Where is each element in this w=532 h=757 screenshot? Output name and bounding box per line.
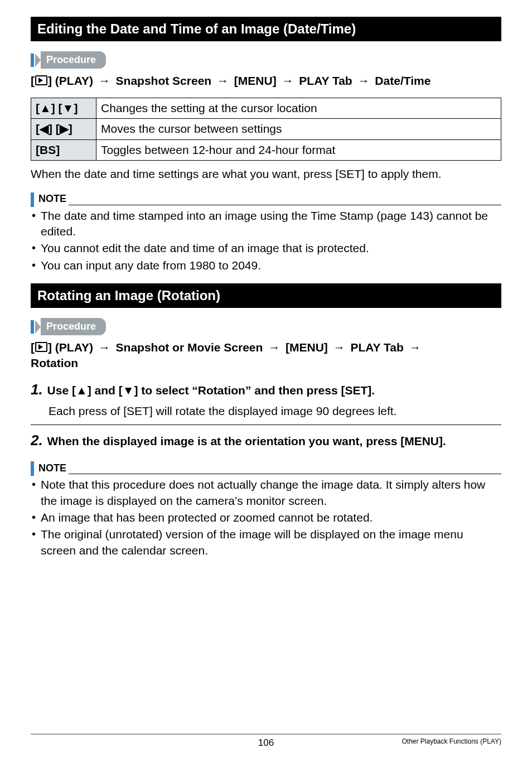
heading-rotation: Rotating an Image (Rotation) <box>31 283 501 308</box>
procedure-accent-bar <box>31 320 34 334</box>
key-cell: [BS] <box>31 139 96 160</box>
procedure-label: Procedure <box>41 318 106 335</box>
list-item: The date and time stamped into an image … <box>31 208 501 240</box>
note-list-2: Note that this procedure does not actual… <box>31 477 501 558</box>
step-1: 1. Use [▲] and [▼] to select “Rotation” … <box>31 380 501 399</box>
play-icon <box>35 342 47 352</box>
note-accent-bar <box>31 192 34 207</box>
bc1-s3: PLAY Tab <box>299 74 352 87</box>
arrow-icon: → <box>99 340 110 355</box>
arrow-icon: → <box>333 340 345 355</box>
desc-cell: Moves the cursor between settings <box>96 119 501 139</box>
key-cell: [◀] [▶] <box>31 119 96 139</box>
table-row: [◀] [▶] Moves the cursor between setting… <box>31 119 501 139</box>
list-item: An image that has been protected or zoom… <box>31 510 501 525</box>
note-header-2: NOTE <box>31 461 501 476</box>
note-label: NOTE <box>38 192 66 206</box>
bc1-s2: [MENU] <box>234 74 277 87</box>
note-rule <box>69 205 501 205</box>
bc1-s4: Date/Time <box>375 74 431 87</box>
step-title: When the displayed image is at the orien… <box>47 435 446 447</box>
page-footer: 106 Other Playback Functions (PLAY) <box>0 734 532 746</box>
procedure-wedge <box>35 320 41 334</box>
table-row: [▲] [▼] Changes the setting at the curso… <box>31 98 501 119</box>
key-cell: [▲] [▼] <box>31 98 96 119</box>
step-1-body: Each press of [SET] will rotate the disp… <box>49 403 501 419</box>
step-number: 1. <box>31 381 43 398</box>
arrow-icon: → <box>282 73 294 89</box>
desc-cell: Changes the setting at the cursor locati… <box>96 98 501 119</box>
bc2-prefix: [ <box>31 341 35 354</box>
procedure-row-1: Procedure <box>31 51 501 68</box>
step-separator <box>31 425 501 425</box>
desc-cell: Toggles between 12-hour and 24-hour form… <box>96 139 501 160</box>
breadcrumb-date-time: [] (PLAY) → Snapshot Screen → [MENU] → P… <box>31 73 501 89</box>
breadcrumb-rotation: [] (PLAY) → Snapshot or Movie Screen → [… <box>31 340 501 372</box>
note-label: NOTE <box>38 461 66 476</box>
heading-date-time: Editing the Date and Time of an Image (D… <box>31 17 501 41</box>
procedure-accent-bar <box>31 54 34 67</box>
table-row: [BS] Toggles between 12-hour and 24-hour… <box>31 139 501 160</box>
procedure-label: Procedure <box>41 51 106 68</box>
step-number: 2. <box>31 432 43 449</box>
bc1-play: ] (PLAY) <box>48 74 93 87</box>
arrow-icon: → <box>217 73 229 89</box>
after-table-text: When the date and time settings are what… <box>31 166 501 182</box>
key-mapping-table: [▲] [▼] Changes the setting at the curso… <box>31 98 501 161</box>
bc2-s1: Snapshot or Movie Screen <box>116 341 263 354</box>
procedure-wedge <box>35 54 41 67</box>
bc2-play: ] (PLAY) <box>48 341 93 354</box>
footer-rule <box>31 734 501 735</box>
bc2-s3: PLAY Tab <box>351 341 404 354</box>
arrow-icon: → <box>358 73 370 89</box>
arrow-icon: → <box>409 340 421 355</box>
bc1-prefix: [ <box>31 74 35 87</box>
arrow-icon: → <box>99 73 110 89</box>
bc2-s2: [MENU] <box>286 341 328 354</box>
procedure-row-2: Procedure <box>31 318 501 335</box>
page-number: 106 <box>0 737 532 750</box>
play-icon <box>35 75 47 85</box>
note-list-1: The date and time stamped into an image … <box>31 208 501 273</box>
list-item: You can input any date from 1980 to 2049… <box>31 258 501 273</box>
arrow-icon: → <box>268 340 280 355</box>
step-2: 2. When the displayed image is at the or… <box>31 431 501 450</box>
list-item: Note that this procedure does not actual… <box>31 477 501 509</box>
step-title: Use [▲] and [▼] to select “Rotation” and… <box>47 384 375 397</box>
list-item: The original (unrotated) version of the … <box>31 527 501 558</box>
list-item: You cannot edit the date and time of an … <box>31 240 501 256</box>
note-accent-bar <box>31 461 34 476</box>
bc2-s4: Rotation <box>31 356 78 369</box>
bc1-s1: Snapshot Screen <box>116 74 212 87</box>
note-header-1: NOTE <box>31 192 501 206</box>
note-rule <box>69 474 501 474</box>
